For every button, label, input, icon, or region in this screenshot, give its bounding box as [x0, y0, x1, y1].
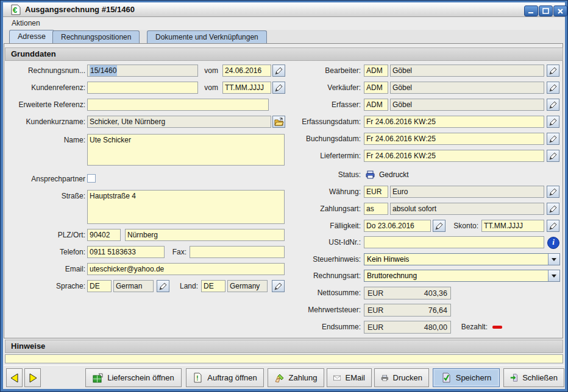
mehrwertsteuer-label: Mehrwertsteuer: — [277, 304, 361, 316]
telefon-label: Telefon: — [5, 246, 85, 258]
sprache-code-input[interactable] — [87, 280, 112, 292]
erfassungsdatum-label: Erfassungsdatum: — [277, 116, 361, 128]
kundenkurzname-label: Kundenkurzname: — [5, 116, 85, 128]
kundenreferenz-datum-input[interactable] — [222, 82, 271, 94]
auftrag-oeffnen-button[interactable]: Auftrag öffnen — [186, 368, 264, 387]
rechnungsart-dropdown-button[interactable] — [548, 270, 559, 281]
email-input[interactable] — [87, 263, 285, 275]
title-bar[interactable]: € Ausgangsrechnung #15/1460 — [3, 2, 565, 17]
name-textarea[interactable]: Ute Schicker — [87, 134, 285, 166]
faelligkeit-clear-button[interactable] — [433, 220, 446, 232]
liefertermin-label: Liefertermin: — [277, 150, 361, 162]
telefon-input[interactable] — [87, 246, 165, 258]
erfasser-clear-button[interactable] — [547, 99, 559, 111]
erfassungsdatum-clear-button[interactable] — [547, 116, 559, 128]
invoice-window: { "window": { "title": "Ausgangsrechnung… — [0, 0, 568, 392]
verkaeufer-clear-button[interactable] — [547, 82, 559, 94]
steuerhinweis-dropdown[interactable]: Kein Hinweis — [364, 253, 560, 265]
erfasser-code-input[interactable] — [364, 99, 388, 111]
faelligkeit-label: Fälligkeit: — [277, 220, 361, 232]
eraser-pen-icon — [548, 66, 558, 75]
schliessen-button-label: Schließen — [522, 373, 558, 382]
waehrung-code-input[interactable] — [364, 186, 388, 198]
steuerhinweis-value: Kein Hinweis — [367, 255, 409, 264]
zahlungsart-name-field — [390, 203, 544, 215]
tab-adresse[interactable]: Adresse — [9, 30, 54, 43]
rechnungsnummer-field[interactable]: 15/1460 — [87, 65, 198, 77]
waehrung-label: Währung: — [277, 186, 361, 198]
ust-idnr-input[interactable] — [364, 236, 544, 248]
close-window-arrow-icon — [510, 373, 518, 383]
sprache-clear-button[interactable] — [157, 280, 169, 292]
zahlung-button-label: Zahlung — [289, 373, 318, 382]
speichern-button[interactable]: Speichern — [433, 368, 500, 387]
waehrung-clear-button[interactable] — [547, 186, 559, 198]
tab-dokumente[interactable]: Dokumente und Verknüpfungen — [147, 30, 267, 43]
bezahlt-label: Bezahlt: — [454, 321, 488, 333]
rechnungsart-dropdown[interactable]: Bruttorechnung — [364, 270, 560, 282]
erweiterte-referenz-label: Erweiterte Referenz: — [5, 99, 85, 111]
not-paid-indicator-icon — [492, 326, 502, 329]
strasse-textarea[interactable]: Hauptstraße 4 — [87, 190, 285, 224]
ansprechpartner-checkbox[interactable] — [87, 174, 96, 183]
steuerhinweis-dropdown-button[interactable] — [548, 254, 559, 265]
status-label: Status: — [277, 169, 361, 181]
kundenreferenz-vom-label: vom — [200, 82, 218, 94]
erfasser-name-field — [390, 99, 544, 111]
fax-input[interactable] — [190, 246, 285, 258]
maximize-button[interactable] — [539, 5, 553, 16]
eraser-pen-icon — [435, 221, 444, 231]
status-value: Gedruckt — [379, 170, 409, 179]
buchungsdatum-clear-button[interactable] — [547, 133, 559, 145]
tab-rechnungspositionen[interactable]: Rechnungspositionen — [52, 30, 140, 43]
ust-idnr-info-button[interactable]: i — [547, 237, 559, 249]
menu-aktionen[interactable]: Aktionen — [9, 18, 43, 28]
rechnungsart-value: Bruttorechnung — [367, 271, 417, 280]
eraser-pen-icon — [158, 281, 168, 291]
liefertermin-input[interactable] — [364, 150, 544, 162]
status-value-row: Gedruckt — [366, 169, 409, 181]
verkaeufer-label: Verkäufer: — [277, 82, 361, 94]
arrow-left-icon — [9, 372, 21, 384]
erweiterte-referenz-input[interactable] — [87, 99, 269, 111]
nettosumme-label: Nettosumme: — [277, 287, 361, 299]
land-code-input[interactable] — [201, 280, 225, 292]
endsumme-label: Endsumme: — [277, 321, 361, 333]
eraser-pen-icon — [548, 187, 558, 197]
zahlung-button[interactable]: Zahlung — [268, 368, 324, 387]
minimize-button[interactable] — [524, 5, 538, 16]
nettosumme-field: EUR 403,36 — [364, 287, 451, 299]
next-record-button[interactable] — [24, 368, 41, 387]
schliessen-button[interactable]: Schließen — [503, 368, 564, 387]
buchungsdatum-input[interactable] — [364, 133, 544, 145]
close-button[interactable] — [553, 5, 567, 16]
zahlungsart-label: Zahlungsart: — [277, 203, 361, 215]
rechnungsart-label: Rechnungsart: — [277, 270, 361, 282]
faelligkeit-input[interactable] — [364, 220, 431, 232]
zahlungsart-code-input[interactable] — [364, 203, 388, 215]
bearbeiter-clear-button[interactable] — [547, 65, 559, 77]
skonto-input[interactable] — [481, 220, 544, 232]
rechnungsdatum-input[interactable] — [222, 65, 271, 77]
ust-idnr-label: USt-IdNr.: — [277, 236, 361, 248]
land-name-field — [227, 280, 268, 292]
steuerhinweis-label: Steuerhinweis: — [277, 253, 361, 265]
zahlungsart-clear-button[interactable] — [547, 203, 559, 215]
drucken-button[interactable]: Drucken — [374, 368, 429, 387]
erfassungsdatum-input[interactable] — [364, 116, 544, 128]
previous-record-button[interactable] — [6, 368, 23, 387]
ort-input[interactable] — [125, 229, 285, 241]
bearbeiter-code-input[interactable] — [364, 65, 388, 77]
lieferschein-oeffnen-button[interactable]: Lieferschein öffnen — [85, 368, 182, 387]
kundenreferenz-input[interactable] — [87, 82, 198, 94]
liefertermin-clear-button[interactable] — [547, 150, 559, 162]
skonto-clear-button[interactable] — [547, 220, 559, 232]
email-button[interactable]: EMail — [327, 368, 372, 387]
verkaeufer-code-input[interactable] — [364, 82, 388, 94]
hinweise-input[interactable] — [5, 354, 563, 363]
plz-input[interactable] — [87, 229, 121, 241]
eraser-pen-icon — [548, 117, 558, 127]
speichern-button-label: Speichern — [456, 373, 492, 382]
chevron-down-icon — [552, 258, 556, 261]
hinweise-header: Hinweise — [5, 340, 563, 353]
